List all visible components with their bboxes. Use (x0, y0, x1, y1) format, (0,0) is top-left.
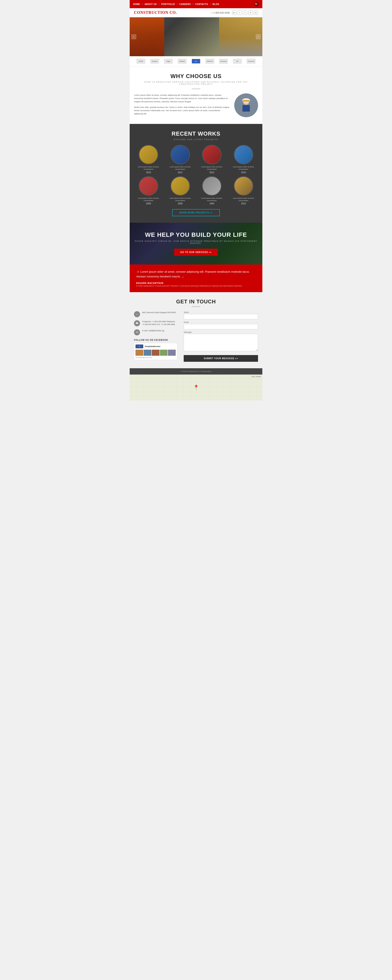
nav-portfolio[interactable]: PORTFOLIO (161, 3, 175, 5)
work-circle-inner (235, 146, 252, 164)
contact-section: GET IN TOUCH ⌂ 8921 Marmora Road Glasgow… (130, 292, 262, 368)
map-placeholder: 📍 Map | Satellite (130, 374, 262, 401)
work-circle-inner (140, 177, 157, 195)
work-title: Lorem ipsum dolor sit amet, consectetuer (134, 165, 163, 170)
fb-likes-count: 64.78 people like this (135, 356, 176, 358)
work-title: Lorem ipsum dolor sit amet, consectetuer (197, 165, 227, 170)
work-year: 2008 (134, 202, 163, 205)
show-more-projects-button[interactable]: SHOW MORE PROJECTS »» (172, 209, 219, 216)
contact-divider (192, 306, 200, 307)
follow-fb-title: FOLLOW US ON FACEBOOK (134, 339, 177, 341)
work-title: Lorem ipsum dolor sit amet, consectetuer (229, 165, 258, 170)
work-year: 2010 (229, 171, 258, 173)
works-grid: Lorem ipsum dolor sit amet, consectetuer… (134, 145, 258, 205)
work-circle[interactable] (234, 145, 253, 164)
work-circle[interactable] (202, 145, 222, 164)
work-item: Lorem ipsum dolor sit amet, consectetuer… (229, 176, 258, 205)
contact-grid: ⌂ 8921 Marmora Road Glasgow D04 89GR ☎ F… (134, 311, 258, 362)
work-item: Lorem ipsum dolor sit amet, consectetuer… (166, 176, 195, 205)
testimonial-author: EDUARD MACARTHUR (136, 282, 256, 284)
why-text-block: Lorem ipsum dolor sit amet, conseer adip… (134, 94, 230, 118)
nav-careers[interactable]: CAREERS (179, 3, 190, 5)
work-circle-inner (203, 177, 221, 195)
work-year: 2010 (134, 171, 163, 173)
fb-photo-3 (152, 350, 159, 356)
work-circle[interactable] (170, 176, 190, 196)
pinterest-icon[interactable]: P (248, 11, 252, 15)
why-divider (192, 89, 200, 89)
testimonial-text: Lorem ipsum dolor sit amet, conseer adip… (136, 270, 250, 278)
why-portrait-image (234, 94, 258, 117)
fb-widget-header: f TemplateMonster (135, 344, 176, 348)
why-title: WHY CHOOSE US (134, 73, 258, 80)
logo-9: Construct (247, 59, 256, 64)
nav-sep-3: / (177, 3, 178, 5)
slider-next-button[interactable]: › (256, 34, 260, 39)
address-icon: ⌂ (134, 311, 140, 317)
why-paragraph-1: Lorem ipsum dolor sit amet, conseer adip… (134, 94, 230, 103)
why-choose-us-section: WHY CHOOSE US OVER 10 DEDICATED SERVICE … (130, 66, 262, 124)
work-circle[interactable] (202, 176, 222, 196)
logo-2: Duraflex (151, 59, 159, 64)
logo-7: American (219, 59, 228, 64)
svg-rect-2 (243, 105, 250, 111)
work-circle[interactable] (170, 145, 190, 164)
fb-widget: f TemplateMonster 64.78 people like this (134, 343, 177, 360)
message-textarea[interactable] (184, 334, 258, 351)
fb-photo-5 (168, 350, 176, 356)
cta-subtitle: FUSCE SUSCIPIT VARIUS MI. CUM SOCIIS NAT… (134, 240, 258, 244)
closing-quote-mark: ” (181, 276, 184, 280)
google-plus-icon[interactable]: G+ (232, 11, 236, 15)
name-form-group: Name (184, 311, 258, 320)
why-subtitle: OVER 10 DEDICATED SERVICE LOCATIONS AND … (134, 81, 258, 85)
slider-prev-button[interactable]: ‹ (132, 34, 136, 39)
work-title: Lorem ipsum dolor sit amet, consectetuer (197, 197, 227, 202)
site-header: CONSTRUCTION CO. + 1 959 603 6035 G+ t f… (130, 8, 262, 17)
email-input[interactable] (184, 324, 258, 329)
work-circle[interactable] (139, 145, 158, 164)
logo-6: MARVIN (206, 59, 214, 64)
twitter-icon[interactable]: t (238, 11, 242, 15)
fb-page-name: TemplateMonster (144, 345, 160, 347)
partner-logos: ACME Duraflex Eagle BRAND BL MARVIN Amer… (130, 56, 262, 66)
facebook-follow: FOLLOW US ON FACEBOOK f TemplateMonster … (134, 339, 177, 360)
work-circle-inner (235, 177, 252, 195)
name-input[interactable] (184, 314, 258, 320)
phone-number: + 1 959 603 6035 (211, 11, 230, 14)
email-form-group: Email (184, 321, 258, 329)
contact-title: GET IN TOUCH (134, 299, 258, 305)
nav-home[interactable]: HOME (133, 3, 140, 5)
nav-sep-5: / (210, 3, 211, 5)
fb-photos-grid (135, 350, 176, 356)
submit-message-button[interactable]: SUBMIT YOUR MESSAGE »» (184, 355, 258, 362)
contact-info: ⌂ 8921 Marmora Road Glasgow D04 89GR ☎ F… (134, 311, 177, 362)
site-logo: CONSTRUCTION CO. (134, 10, 177, 15)
work-item: Lorem ipsum dolor sit amet, consectetuer… (197, 145, 227, 173)
logo-8: M4 (233, 59, 241, 64)
recent-works-subtitle: EXPLORE OUR LATEST PROJECTS (134, 138, 258, 140)
nav-blog[interactable]: BLOG (213, 3, 219, 5)
nav-about[interactable]: ABOUT US (144, 3, 157, 5)
work-circle[interactable] (139, 176, 158, 196)
linkedin-icon[interactable]: in (254, 11, 258, 15)
search-button[interactable]: 🔍 (254, 2, 259, 6)
recent-works-title: RECENT WORKS (134, 130, 258, 137)
footer-text: © 2014 Construction Co. Privacy policy (181, 371, 211, 372)
fb-photo-4 (160, 350, 168, 356)
cta-services-button[interactable]: GO TO OUR SERVICES »» (174, 249, 217, 256)
message-form-group: Message (184, 331, 258, 352)
why-paragraph-2: Morbi nunc odio, gravida acureus nec, lu… (134, 105, 230, 116)
work-year: 1994 (197, 202, 227, 205)
work-item: Lorem ipsum dolor sit amet, consectetuer… (229, 145, 258, 173)
contact-address-text: 8921 Marmora Road Glasgow D04 89GR (142, 311, 176, 314)
testimonial-quote: “ Lorem ipsum dolor sit amet, conseer ad… (136, 270, 256, 279)
work-circle[interactable] (234, 176, 253, 196)
logo-1: ACME (136, 59, 145, 64)
contact-address-item: ⌂ 8921 Marmora Road Glasgow D04 89GR (134, 311, 177, 317)
logo-5: BL (192, 59, 200, 64)
facebook-icon[interactable]: f (243, 11, 247, 15)
work-item: Lorem ipsum dolor sit amet, consectetuer… (134, 145, 163, 173)
nav-contacts[interactable]: CONTACTS (195, 3, 208, 5)
name-label: Name (184, 311, 258, 313)
work-circle-inner (171, 146, 189, 164)
